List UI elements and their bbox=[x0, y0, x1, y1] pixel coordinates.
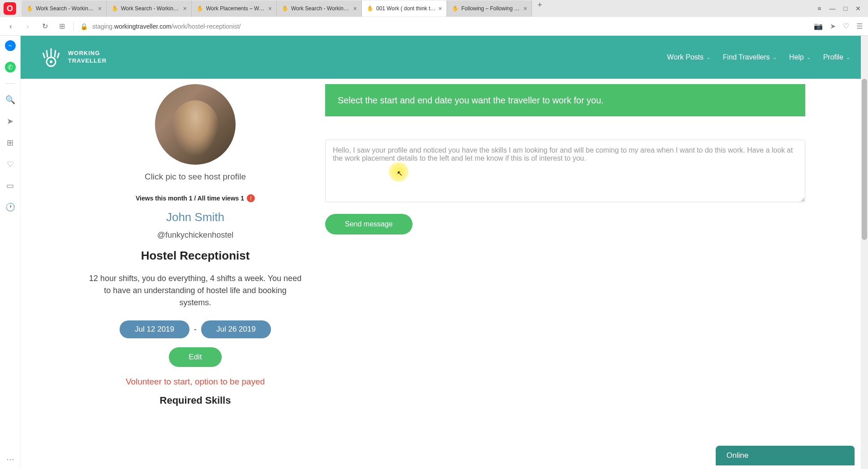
nav-work-posts[interactable]: Work Posts⌄ bbox=[667, 53, 710, 61]
required-skills-heading: Required Skills bbox=[83, 395, 307, 406]
profile-panel: Click pic to see host profile Views this… bbox=[83, 84, 307, 406]
avatar[interactable] bbox=[155, 84, 236, 165]
snapshot-icon[interactable]: 📷 bbox=[814, 22, 823, 30]
close-icon[interactable]: × bbox=[353, 5, 357, 12]
favicon-icon: ✋ bbox=[196, 5, 203, 12]
close-icon[interactable]: × bbox=[268, 5, 272, 12]
chat-status-bar[interactable]: Online bbox=[716, 446, 855, 465]
opera-menu-button[interactable]: O bbox=[4, 2, 16, 15]
tab-bar: O ✋Work Search - Working Tra× ✋Work Sear… bbox=[0, 0, 868, 17]
logo-text: WORKINGTRAVELLER bbox=[68, 50, 107, 65]
end-date-pill[interactable]: Jul 26 2019 bbox=[201, 320, 271, 338]
chevron-down-icon: ⌄ bbox=[807, 55, 811, 60]
nav-profile[interactable]: Profile⌄ bbox=[823, 53, 850, 61]
favicon-icon: ✋ bbox=[26, 5, 33, 12]
sidebar-more-icon[interactable]: ⋯ bbox=[5, 458, 16, 469]
back-button[interactable]: ‹ bbox=[5, 21, 16, 32]
snapshots-icon[interactable]: ▭ bbox=[5, 180, 16, 191]
nav-find-travellers[interactable]: Find Travellers⌄ bbox=[723, 53, 777, 61]
speed-dial-sidebar-icon[interactable]: ⊞ bbox=[5, 137, 16, 148]
volunteer-note: Volunteer to start, option to be payed bbox=[83, 377, 307, 387]
close-icon[interactable]: × bbox=[438, 5, 442, 12]
tab-5-active[interactable]: ✋001 Work ( dont think this× bbox=[362, 0, 447, 17]
scrollbar-thumb[interactable] bbox=[862, 79, 867, 240]
tab-1[interactable]: ✋Work Search - Working Tra× bbox=[21, 0, 107, 17]
minimize-button[interactable]: — bbox=[829, 5, 836, 12]
messenger-icon[interactable]: ~ bbox=[5, 40, 16, 51]
avatar-caption: Click pic to see host profile bbox=[83, 172, 307, 182]
alert-badge-icon[interactable]: ! bbox=[247, 194, 255, 202]
tab-menu-icon[interactable]: ≡ bbox=[817, 5, 821, 12]
chevron-down-icon: ⌄ bbox=[773, 55, 777, 60]
message-panel: Select the start and end date you want t… bbox=[325, 84, 805, 406]
tab-2[interactable]: ✋Work Search - Working Tra× bbox=[107, 0, 192, 17]
easy-setup-icon[interactable]: ☰ bbox=[856, 22, 863, 30]
job-description: 12 hour shifts, you do everything, 4 shi… bbox=[83, 273, 307, 309]
host-handle: @funkychickenhostel bbox=[83, 230, 307, 240]
window-controls: ≡ — □ ✕ bbox=[810, 5, 868, 12]
job-title: Hostel Receptionist bbox=[83, 249, 307, 263]
logo-hand-icon bbox=[39, 45, 64, 70]
main-nav: Work Posts⌄ Find Travellers⌄ Help⌄ Profi… bbox=[667, 53, 850, 61]
logo[interactable]: WORKINGTRAVELLER bbox=[39, 45, 107, 70]
heart-icon[interactable]: ♡ bbox=[843, 22, 849, 30]
date-range: Jul 12 2019 - Jul 26 2019 bbox=[83, 320, 307, 338]
favicon-icon: ✋ bbox=[281, 5, 288, 12]
tab-3[interactable]: ✋Work Placements – Work P× bbox=[192, 0, 277, 17]
scrollbar-track[interactable] bbox=[861, 36, 868, 469]
host-name-link[interactable]: John Smith bbox=[83, 210, 307, 224]
start-date-pill[interactable]: Jul 12 2019 bbox=[120, 320, 189, 338]
forward-button[interactable]: › bbox=[22, 21, 33, 32]
favicon-icon: ✋ bbox=[451, 5, 459, 12]
bookmarks-heart-icon[interactable]: ♡ bbox=[5, 159, 16, 170]
views-counter: Views this month 1 / All time views 1 ! bbox=[83, 194, 307, 202]
tab-4[interactable]: ✋Work Search - Working Tra× bbox=[277, 0, 362, 17]
site-header: WORKINGTRAVELLER Work Posts⌄ Find Travel… bbox=[21, 36, 868, 79]
message-textarea[interactable] bbox=[325, 140, 805, 202]
personal-news-icon[interactable]: ➤ bbox=[5, 116, 16, 127]
svg-point-1 bbox=[50, 60, 52, 63]
speed-dial-icon[interactable]: ⊞ bbox=[56, 21, 67, 32]
tabs: ✋Work Search - Working Tra× ✋Work Search… bbox=[21, 0, 810, 17]
history-icon[interactable]: 🕐 bbox=[5, 202, 16, 213]
new-tab-button[interactable]: + bbox=[532, 0, 548, 17]
search-icon[interactable]: 🔍 bbox=[5, 94, 16, 105]
reload-button[interactable]: ↻ bbox=[39, 21, 50, 32]
url-field[interactable]: 🔒 staging.workingtraveller.com/work/host… bbox=[80, 23, 808, 30]
close-icon[interactable]: × bbox=[183, 5, 187, 12]
lock-icon: 🔒 bbox=[80, 23, 88, 30]
chevron-down-icon: ⌄ bbox=[706, 55, 710, 60]
chevron-down-icon: ⌄ bbox=[846, 55, 850, 60]
address-bar: ‹ › ↻ ⊞ 🔒 staging.workingtraveller.com/w… bbox=[0, 17, 868, 36]
maximize-button[interactable]: □ bbox=[844, 5, 847, 12]
send-message-button[interactable]: Send message bbox=[325, 214, 413, 234]
close-icon[interactable]: × bbox=[524, 5, 527, 12]
close-window-button[interactable]: ✕ bbox=[855, 5, 861, 12]
close-icon[interactable]: × bbox=[98, 5, 102, 12]
favicon-icon: ✋ bbox=[366, 5, 374, 12]
info-banner: Select the start and end date you want t… bbox=[325, 84, 805, 116]
page-content: WORKINGTRAVELLER Work Posts⌄ Find Travel… bbox=[21, 36, 868, 469]
favicon-icon: ✋ bbox=[111, 5, 118, 12]
nav-help[interactable]: Help⌄ bbox=[789, 53, 811, 61]
edit-button[interactable]: Edit bbox=[169, 347, 221, 367]
tab-6[interactable]: ✋Following – Following – Jo× bbox=[447, 0, 532, 17]
send-icon[interactable]: ➤ bbox=[830, 22, 836, 30]
whatsapp-icon[interactable]: ✆ bbox=[5, 62, 16, 72]
opera-sidebar: ~ ✆ 🔍 ➤ ⊞ ♡ ▭ 🕐 ⋯ bbox=[0, 36, 21, 469]
